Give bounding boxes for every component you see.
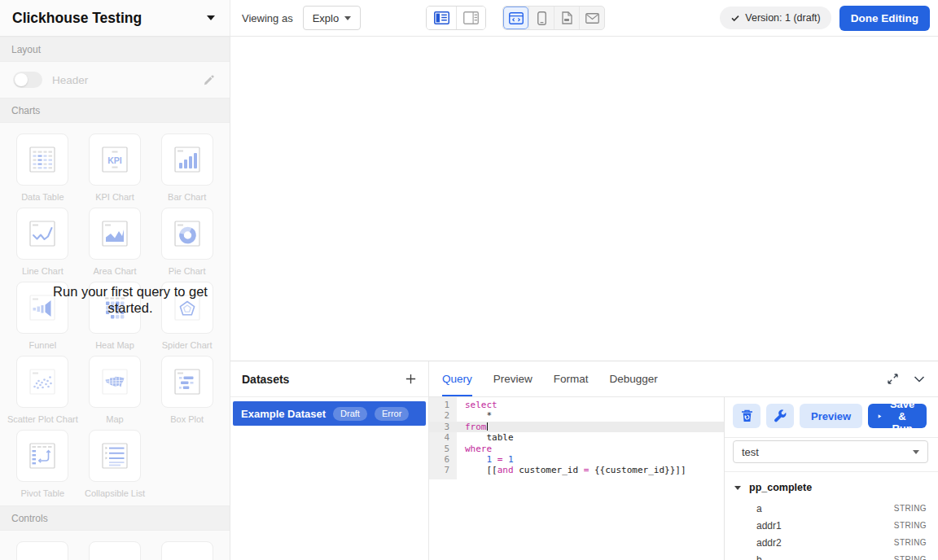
area-chart-icon — [99, 217, 131, 250]
chart-type-line[interactable]: Line Chart — [7, 208, 79, 277]
kpi-chart-icon: KPI — [99, 143, 131, 176]
header-toggle-row: Header — [0, 62, 230, 98]
topbar: Clickhouse Testing Viewing as Explo — [0, 0, 938, 37]
datasets-panel: Datasets Example Dataset Draft Error — [230, 361, 429, 560]
mobile-preview-button[interactable] — [528, 7, 554, 29]
datasets-title: Datasets — [242, 373, 289, 386]
control-card — [161, 541, 213, 560]
code-line[interactable]: 2 * — [429, 410, 724, 421]
page-title: Clickhouse Testing — [12, 10, 142, 27]
schema-column-row[interactable]: b STRING — [734, 551, 927, 560]
sidebar-left-button[interactable] — [427, 7, 456, 29]
chart-type-area[interactable]: Area Chart — [79, 208, 151, 277]
chart-type-data-table[interactable]: Data Table — [7, 133, 79, 203]
save-and-run-button[interactable]: Save & Run — [868, 404, 927, 428]
chart-type-label: Map — [106, 414, 123, 425]
dataset-row-example-dataset[interactable]: Example Dataset Draft Error — [233, 401, 426, 426]
desktop-preview-button[interactable] — [503, 7, 528, 29]
sidebar-right-button[interactable] — [456, 7, 485, 29]
save-run-label: Save & Run — [888, 398, 917, 435]
query-actions-row: Preview Save & Run — [725, 397, 938, 438]
code-line[interactable]: 4 table — [429, 432, 724, 443]
chart-type-pie[interactable]: Pie Chart — [151, 208, 223, 277]
code-line[interactable]: 5 where — [429, 444, 724, 454]
dashboard-canvas — [230, 37, 938, 361]
column-name: b — [756, 554, 762, 560]
chart-type-label: Pivot Table — [21, 488, 65, 499]
chart-type-bar[interactable]: Bar Chart — [151, 133, 223, 203]
code-line[interactable]: 7 [[and customer_id = {{customer_id}}]] — [429, 465, 724, 475]
chart-type-collapsible-list[interactable]: Collapsible List — [79, 430, 151, 499]
code-line[interactable]: 1 select — [429, 400, 724, 410]
line-chart-icon — [26, 217, 59, 250]
control-type-card[interactable] — [7, 541, 79, 560]
done-editing-button[interactable]: Done Editing — [839, 6, 930, 31]
sql-editor[interactable]: 1 select 2 * 3 from 4 table — [429, 397, 724, 560]
chart-type-label: Data Table — [21, 192, 64, 203]
caret-down-icon — [344, 16, 351, 20]
chart-type-label: Area Chart — [93, 266, 136, 277]
sidebar-position-toggle — [426, 6, 486, 30]
delete-dataset-button[interactable] — [733, 404, 760, 428]
chart-type-label: Spider Chart — [162, 340, 213, 351]
code-line-active[interactable]: 3 from — [429, 422, 724, 432]
collapsible-list-icon — [99, 440, 131, 472]
schema-table-header[interactable]: pp_complete — [734, 482, 927, 493]
add-dataset-icon[interactable] — [405, 373, 417, 385]
header-toggle[interactable] — [13, 72, 42, 88]
version-badge[interactable]: Version: 1 (draft) — [720, 7, 831, 29]
tab-query[interactable]: Query — [442, 361, 472, 396]
chart-type-scatter[interactable]: Scatter Plot Chart — [7, 356, 79, 425]
version-text: Version: 1 (draft) — [745, 12, 820, 24]
viewing-as-label: Viewing as — [242, 12, 293, 24]
column-type: STRING — [894, 504, 927, 513]
pivot-table-icon — [26, 440, 59, 472]
schema-column-row[interactable]: addr2 STRING — [734, 534, 927, 551]
table-select[interactable]: test — [733, 440, 928, 463]
pdf-preview-button[interactable] — [554, 7, 579, 29]
column-type: STRING — [894, 555, 927, 560]
data-table-icon — [26, 143, 59, 176]
expand-panel-icon[interactable] — [887, 373, 899, 385]
viewer-select[interactable]: Explo — [303, 6, 362, 30]
chart-type-box-plot[interactable]: Box Plot — [151, 356, 223, 425]
chart-card — [161, 208, 213, 260]
empty-query-message: Run your first query to get started. — [42, 283, 218, 316]
schema-column-row[interactable]: addr1 STRING — [734, 517, 927, 534]
tab-format[interactable]: Format — [554, 361, 589, 396]
caret-down-icon — [913, 450, 919, 454]
envelope-icon — [585, 13, 599, 24]
chart-card — [161, 356, 213, 408]
chart-card — [89, 356, 141, 408]
chart-card — [89, 430, 141, 482]
line-number: 1 — [429, 400, 457, 410]
tab-debugger[interactable]: Debugger — [610, 361, 658, 396]
chart-type-label: Pie Chart — [169, 266, 206, 277]
line-number: 3 — [429, 422, 457, 432]
collapse-panel-chevron-icon[interactable] — [914, 374, 925, 384]
email-preview-button[interactable] — [579, 7, 604, 29]
chart-type-map[interactable]: Map — [79, 356, 151, 425]
tab-preview[interactable]: Preview — [493, 361, 533, 396]
chart-card — [161, 133, 213, 186]
text-cursor — [487, 422, 489, 431]
control-type-card[interactable] — [79, 541, 151, 560]
chart-type-kpi[interactable]: KPI KPI Chart — [79, 133, 151, 203]
edit-pencil-icon[interactable] — [203, 74, 215, 86]
device-preview-toggle — [502, 6, 605, 30]
layout-section-header: Layout — [0, 37, 230, 62]
column-name: a — [756, 503, 762, 514]
control-type-card[interactable] — [151, 541, 223, 560]
query-settings-button[interactable] — [766, 404, 794, 428]
error-badge: Error — [375, 407, 409, 421]
controls-grid — [0, 531, 230, 560]
dataset-name: Example Dataset — [241, 408, 326, 420]
dashboard-title-dropdown[interactable]: Clickhouse Testing — [0, 0, 230, 36]
preview-query-button[interactable]: Preview — [800, 404, 862, 428]
chart-card — [89, 208, 141, 260]
schema-column-row[interactable]: a STRING — [734, 500, 927, 517]
schema-browser: pp_complete a STRING addr1 STRING — [725, 472, 938, 560]
sidebar-right-icon — [463, 11, 479, 24]
code-line[interactable]: 6 1 = 1 — [429, 454, 724, 465]
chart-type-pivot-table[interactable]: Pivot Table — [7, 430, 79, 499]
